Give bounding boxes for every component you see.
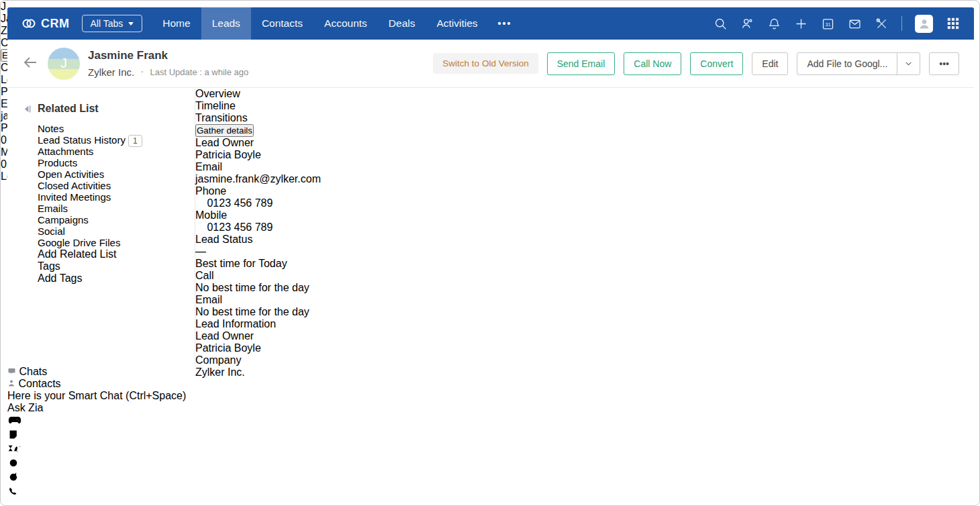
- best-time-email-value: No best time for the day: [195, 306, 321, 318]
- related-list-title: Related List: [38, 103, 188, 115]
- convert-button[interactable]: Convert: [690, 52, 743, 75]
- ask-zia-button[interactable]: Ask Zia: [7, 402, 974, 414]
- nav-activities[interactable]: Activities: [426, 7, 488, 40]
- lead-avatar: J: [48, 48, 80, 80]
- lead-owner-label: Lead Owner: [195, 330, 321, 342]
- phone-call-icon[interactable]: [195, 221, 207, 233]
- gather-details-button[interactable]: Gather details: [195, 124, 254, 137]
- sticky-note-icon[interactable]: [7, 429, 974, 443]
- bottom-bar: Chats Contacts Here is your Smart Chat (…: [7, 366, 974, 501]
- chevron-down-icon: [904, 59, 913, 68]
- lead-name: Jasmine Frank: [88, 49, 248, 62]
- detail-value: —: [195, 246, 321, 258]
- history-icon[interactable]: [7, 471, 974, 486]
- sidebar-item-open-activities[interactable]: Open Activities: [38, 168, 188, 180]
- send-email-button[interactable]: Send Email: [547, 52, 616, 75]
- chat-bubble-icon: [7, 367, 16, 375]
- game-controller-icon[interactable]: [7, 414, 974, 429]
- email-link[interactable]: jasmine.frank@zylker.com: [195, 173, 321, 185]
- record-header: J Jasmine Frank Zylker Inc. · Last Updat…: [7, 40, 974, 88]
- detail-label: Email: [195, 161, 321, 173]
- nav-overflow-menu[interactable]: •••: [489, 18, 522, 29]
- record-detail-main: Overview Timeline Transitions Gather det…: [195, 88, 321, 366]
- chats-tab[interactable]: Chats: [7, 366, 974, 378]
- nav-contacts[interactable]: Contacts: [251, 7, 313, 40]
- tab-timeline[interactable]: Timeline: [195, 100, 321, 112]
- setup-tools-icon[interactable]: [875, 17, 889, 31]
- back-arrow-icon[interactable]: [22, 54, 38, 73]
- nav-leads[interactable]: Leads: [201, 7, 251, 40]
- nav-deals[interactable]: Deals: [378, 7, 426, 40]
- detail-row: Mobile 0123 456 789: [195, 209, 321, 234]
- call-now-button[interactable]: Call Now: [624, 52, 681, 75]
- chevron-down-icon: [128, 22, 134, 26]
- sidebar-item-lead-status-history[interactable]: Lead Status History 1: [38, 134, 188, 146]
- search-icon[interactable]: [714, 17, 728, 31]
- sidebar-item-campaigns[interactable]: Campaigns: [38, 214, 188, 225]
- transitions-label: Transitions: [195, 112, 321, 124]
- crm-logo[interactable]: CRM: [21, 15, 70, 32]
- all-tabs-label: All Tabs: [91, 18, 124, 29]
- add-related-list-link[interactable]: Add Related List: [38, 248, 116, 260]
- count-badge: 1: [128, 135, 142, 147]
- all-tabs-dropdown[interactable]: All Tabs: [82, 15, 143, 32]
- phone-number-blurred: 0123 456 789: [207, 197, 273, 209]
- tags-title: Tags: [38, 260, 188, 272]
- alarm-clock-icon[interactable]: [7, 456, 974, 471]
- app-launcher-grid-icon[interactable]: [946, 16, 961, 31]
- contacts-label: Contacts: [18, 378, 60, 389]
- detail-row: Lead Owner Patricia Boyle: [195, 137, 321, 161]
- sidebar-item-closed-activities[interactable]: Closed Activities: [38, 180, 188, 191]
- best-time-call-label: Call: [195, 270, 321, 282]
- detail-label: Mobile: [195, 209, 321, 221]
- calendar-icon[interactable]: 31: [821, 17, 835, 31]
- phone-panel-icon[interactable]: [7, 486, 974, 501]
- top-navbar: CRM All Tabs Home Leads Contacts Account…: [7, 7, 974, 40]
- sidebar-item-notes[interactable]: Notes: [38, 123, 188, 134]
- crm-window: CRM All Tabs Home Leads Contacts Account…: [0, 0, 980, 506]
- notifications-bell-icon[interactable]: [767, 17, 781, 31]
- email-envelope-icon[interactable]: [848, 17, 862, 31]
- zia-icon[interactable]: [7, 443, 974, 456]
- zoho-logo-icon: [21, 15, 37, 32]
- contacts-tab[interactable]: Contacts: [7, 378, 974, 390]
- brand-label: CRM: [41, 17, 70, 31]
- tab-overview[interactable]: Overview: [195, 88, 321, 100]
- nav-home[interactable]: Home: [152, 7, 201, 40]
- lead-information-card: Lead Information Lead Owner Patricia Boy…: [195, 318, 321, 378]
- more-actions-button[interactable]: •••: [929, 52, 959, 75]
- edit-button[interactable]: Edit: [752, 52, 788, 75]
- related-list-sidebar: Related List Notes Lead Status History 1…: [7, 88, 195, 366]
- detail-value: Patricia Boyle: [195, 149, 321, 161]
- best-time-email-label: Email: [195, 294, 321, 306]
- sidebar-item-social[interactable]: Social: [38, 225, 188, 237]
- collapse-sidebar-icon[interactable]: [23, 104, 32, 116]
- best-time-title: Best time for: [195, 258, 256, 269]
- quick-add-plus-icon[interactable]: [794, 17, 808, 31]
- company-value: Zylker Inc.: [195, 366, 321, 378]
- sidebar-item-products[interactable]: Products: [38, 157, 188, 168]
- sidebar-item-attachments[interactable]: Attachments: [38, 146, 188, 157]
- svg-text:31: 31: [826, 21, 831, 26]
- add-file-chevron[interactable]: [897, 53, 920, 74]
- phone-call-icon[interactable]: [195, 197, 207, 209]
- navbar-divider: [901, 16, 902, 31]
- lead-company: Zylker Inc.: [88, 66, 134, 78]
- detail-row: Lead Status —: [195, 234, 321, 258]
- transitions-card: Transitions Gather details: [195, 112, 321, 137]
- sidebar-item-emails[interactable]: Emails: [38, 203, 188, 214]
- add-tags-link[interactable]: Add Tags: [38, 272, 82, 284]
- separator-dot: ·: [140, 66, 144, 78]
- today-link[interactable]: Today: [258, 258, 287, 269]
- user-avatar[interactable]: [915, 15, 933, 33]
- nav-accounts[interactable]: Accounts: [313, 7, 378, 40]
- smart-chat-input[interactable]: Here is your Smart Chat (Ctrl+Space): [7, 390, 974, 402]
- sidebar-item-google-drive-files[interactable]: Google Drive Files: [38, 237, 188, 248]
- chats-label: Chats: [19, 366, 47, 377]
- add-file-button[interactable]: Add File to Googl...: [797, 53, 897, 74]
- best-time-card: Best time for Today Call No best time fo…: [195, 258, 321, 318]
- switch-old-version-button[interactable]: Switch to Old Version: [433, 53, 538, 74]
- sidebar-item-invited-meetings[interactable]: Invited Meetings: [38, 191, 188, 203]
- company-label: Company: [195, 354, 321, 366]
- users-icon[interactable]: [740, 17, 754, 31]
